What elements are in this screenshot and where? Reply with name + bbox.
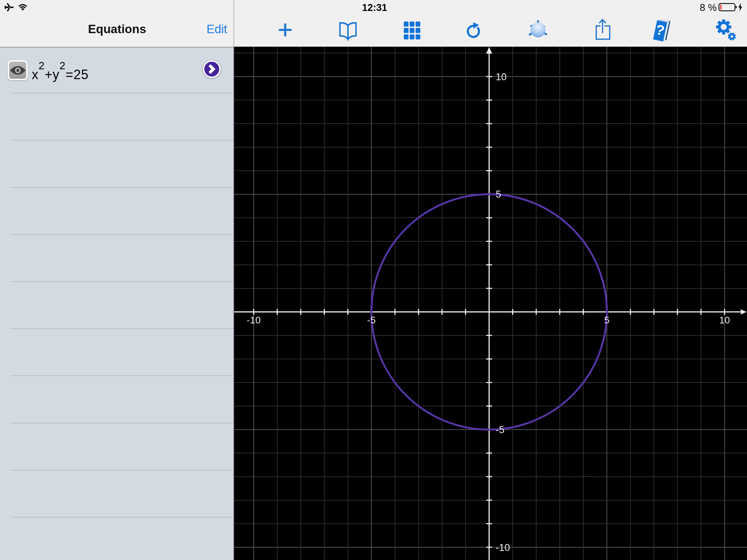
- svg-text:-10: -10: [496, 542, 510, 553]
- svg-text:-10: -10: [247, 315, 260, 326]
- svg-text:-5: -5: [496, 424, 504, 435]
- svg-text:-5: -5: [367, 315, 376, 326]
- svg-text:10: 10: [496, 71, 507, 82]
- svg-text:5: 5: [604, 315, 609, 326]
- svg-text:5: 5: [496, 189, 501, 200]
- svg-text:10: 10: [719, 315, 730, 326]
